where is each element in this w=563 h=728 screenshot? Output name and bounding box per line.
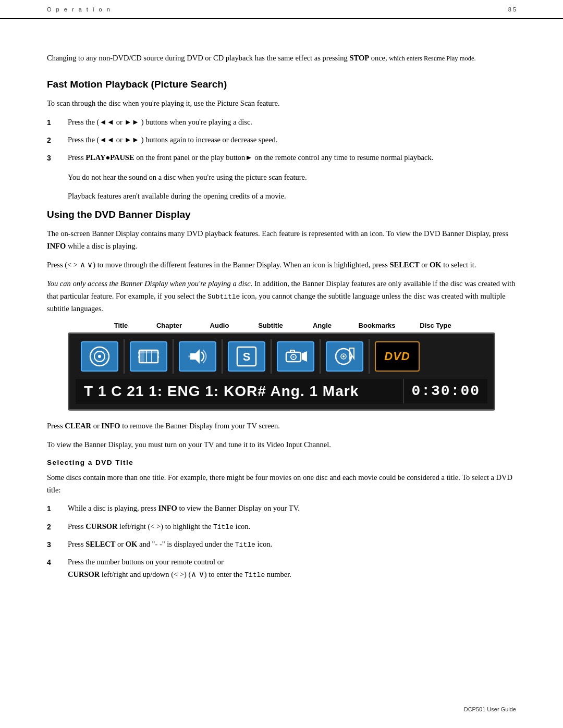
subtitle-icon-box: S: [228, 341, 265, 372]
sub-section-list: 1 While a disc is playing, press INFO to…: [47, 502, 516, 581]
angle-icon-box: [277, 341, 314, 372]
label-chapter: Chapter: [142, 322, 197, 329]
svg-rect-12: [157, 356, 159, 358]
list-content: Press the (◄◄ or ►► ) buttons again to i…: [68, 134, 516, 146]
dvd-time-text: 0:30:00: [403, 379, 487, 403]
dvd-banner-icons-row: S: [69, 334, 494, 377]
label-subtitle: Subtitle: [242, 322, 299, 329]
list-content: While a disc is playing, press INFO to v…: [68, 502, 516, 515]
note2: Playback features aren't available durin…: [68, 190, 516, 203]
dvd-banner-text-row: T 1 C 21 1: ENG 1: KOR# Ang. 1 Mark 0:30…: [69, 377, 494, 409]
svg-text:S: S: [243, 350, 251, 363]
sub-section-intro: Some discs contain more than one title. …: [47, 472, 516, 497]
section2-para2: Press (< > ∧ ∨) to move through the diff…: [47, 259, 516, 272]
sub-section-heading: Selecting a DVD Title: [47, 459, 516, 466]
section1-heading: Fast Motion Playback (Picture Search): [47, 79, 516, 90]
list-num: 3: [47, 538, 68, 551]
svg-rect-20: [290, 350, 295, 352]
chapter-icon-box: [130, 341, 167, 372]
section2-para5: To view the Banner Display, you must tur…: [47, 439, 516, 451]
section2-heading: Using the DVD Banner Display: [47, 209, 516, 220]
list-item: 1 While a disc is playing, press INFO to…: [47, 502, 516, 515]
section1-intro: To scan through the disc when you're pla…: [47, 97, 516, 110]
section2-para4: Press CLEAR or INFO to remove the Banner…: [47, 420, 516, 433]
list-item: 4 Press the number buttons on your remot…: [47, 556, 516, 581]
svg-marker-13: [190, 349, 200, 364]
subtitle-icon: S: [235, 345, 258, 368]
note1: You do not hear the sound on a disc when…: [68, 171, 516, 184]
banner-labels-row: Title Chapter Audio Subtitle Angle Bookm…: [47, 322, 516, 329]
list-item: 1 Press the (◄◄ or ►► ) buttons when you…: [47, 116, 516, 129]
svg-rect-11: [157, 352, 159, 354]
intro-paragraph: Changing to any non-DVD/CD source during…: [47, 52, 516, 64]
label-bookmarks: Bookmarks: [346, 322, 408, 329]
svg-point-19: [292, 356, 295, 358]
label-audio: Audio: [197, 322, 242, 329]
dvd-banner-display: S: [68, 332, 495, 411]
list-num: 1: [47, 116, 68, 129]
svg-point-14: [188, 355, 190, 357]
svg-rect-6: [139, 350, 158, 353]
label-angle: Angle: [299, 322, 346, 329]
list-item: 3 Press SELECT or OK and "- -" is displa…: [47, 538, 516, 551]
list-content: Press the (◄◄ or ►► ) buttons when you'r…: [68, 116, 516, 129]
dvd-logo-text: DVD: [384, 350, 410, 363]
list-content: Press the number buttons on your remote …: [68, 556, 516, 581]
list-content: Press CURSOR left/right (< >) to highlig…: [68, 521, 516, 533]
list-content: Press PLAY●PAUSE on the front panel or t…: [68, 152, 516, 164]
list-item: 2 Press CURSOR left/right (< >) to highl…: [47, 521, 516, 533]
list-num: 4: [47, 556, 68, 581]
section1-list: 1 Press the (◄◄ or ►► ) buttons when you…: [47, 116, 516, 164]
list-num: 3: [47, 152, 68, 164]
bookmarks-icon-box: [326, 341, 363, 372]
svg-point-24: [342, 355, 345, 357]
svg-rect-9: [138, 352, 140, 354]
audio-icon: [186, 345, 209, 368]
footer-text: DCP501 User Guide: [464, 706, 516, 712]
list-item: 2 Press the (◄◄ or ►► ) buttons again to…: [47, 134, 516, 146]
svg-marker-21: [302, 351, 307, 362]
list-num: 2: [47, 134, 68, 146]
list-item: 3 Press PLAY●PAUSE on the front panel or…: [47, 152, 516, 164]
audio-icon-box: [179, 341, 216, 372]
bookmarks-icon: [333, 345, 356, 368]
section2-para3: You can only access the Banner Display w…: [47, 278, 516, 315]
page-footer: DCP501 User Guide: [0, 706, 563, 712]
disc-icon: [88, 345, 111, 368]
label-title: Title: [100, 322, 142, 329]
chapter-icon: [137, 345, 160, 368]
section2-para1: The on-screen Banner Display contains ma…: [47, 228, 516, 253]
label-disctype: Disc Type: [408, 322, 463, 329]
svg-point-2: [98, 355, 101, 358]
title-icon-box: [81, 341, 118, 372]
angle-icon: [284, 345, 307, 368]
svg-rect-10: [138, 356, 140, 358]
dvd-main-text: T 1 C 21 1: ENG 1: KOR# Ang. 1 Mark: [76, 379, 403, 404]
dvd-logo-box: DVD: [375, 341, 420, 372]
list-num: 1: [47, 502, 68, 515]
list-num: 2: [47, 521, 68, 533]
list-content: Press SELECT or OK and "- -" is displaye…: [68, 538, 516, 551]
